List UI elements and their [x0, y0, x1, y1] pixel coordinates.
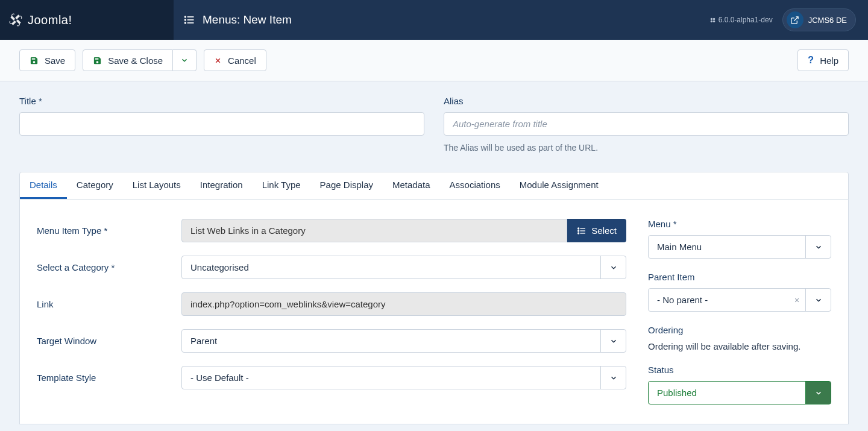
menu-select[interactable]: Main Menu: [648, 235, 831, 259]
tab-integration[interactable]: Integration: [190, 172, 253, 199]
template-select[interactable]: - Use Default -: [181, 366, 626, 389]
chevron-down-icon: [609, 337, 618, 345]
svg-point-18: [578, 233, 579, 234]
svg-line-10: [794, 16, 798, 20]
page-title: Menus: New Item: [203, 13, 292, 27]
cancel-label: Cancel: [228, 55, 256, 66]
version-text[interactable]: 6.0.0-alpha1-dev: [709, 16, 773, 24]
title-input[interactable]: [19, 112, 424, 136]
menu-item-type-label: Menu Item Type *: [37, 225, 181, 236]
status-side-label: Status: [648, 365, 831, 375]
menu-item-type-value: List Web Links in a Category: [181, 219, 567, 242]
tab-link-type[interactable]: Link Type: [253, 172, 310, 199]
template-value: - Use Default -: [182, 367, 600, 389]
title-block: Menus: New Item 6.0.0-alpha1-dev JCMS6 D…: [174, 0, 868, 40]
close-icon: [214, 57, 222, 64]
category-select[interactable]: Uncategorised: [181, 256, 626, 279]
joomla-logo-icon: [7, 11, 24, 28]
help-label: Help: [820, 55, 838, 66]
svg-point-4: [185, 19, 186, 20]
chevron-down-icon: [609, 263, 618, 272]
parent-select[interactable]: - No parent - ×: [648, 288, 831, 312]
link-label: Link: [37, 299, 181, 309]
select-type-button[interactable]: Select: [567, 219, 626, 242]
list-icon: [183, 14, 195, 26]
save-button[interactable]: Save: [19, 49, 75, 71]
alias-help-text: The Alias will be used as part of the UR…: [444, 143, 849, 153]
list-icon: [577, 226, 587, 236]
tab-metadata[interactable]: Metadata: [383, 172, 440, 199]
tab-module-assignment[interactable]: Module Assignment: [510, 172, 608, 199]
chevron-down-icon: [609, 374, 618, 382]
svg-point-9: [712, 20, 714, 22]
save-icon: [30, 56, 39, 65]
tab-list-layouts[interactable]: List Layouts: [123, 172, 190, 199]
target-select[interactable]: Parent: [181, 329, 626, 353]
svg-point-8: [710, 20, 712, 22]
save-label: Save: [45, 55, 65, 66]
status-select[interactable]: Published: [648, 381, 831, 404]
target-value: Parent: [182, 330, 600, 352]
brand-name: Joomla!: [28, 13, 72, 27]
action-toolbar: Save Save & Close Cancel ? Help: [0, 40, 868, 81]
tab-associations[interactable]: Associations: [440, 172, 510, 199]
ordering-text: Ordering will be available after saving.: [648, 341, 831, 351]
save-close-button[interactable]: Save & Close: [83, 49, 173, 71]
svg-point-3: [185, 16, 186, 17]
ordering-side-label: Ordering: [648, 325, 831, 335]
site-preview-button[interactable]: JCMS6 DE: [782, 8, 856, 31]
chevron-down-icon: [814, 243, 823, 251]
topbar: Joomla! Menus: New Item 6.0.0-alpha1-dev…: [0, 0, 868, 40]
external-link-icon: [790, 16, 799, 25]
title-field-label: Title *: [19, 96, 424, 106]
svg-point-16: [578, 228, 579, 229]
save-dropdown-toggle[interactable]: [173, 49, 197, 71]
status-value: Published: [649, 382, 805, 404]
logo-block: Joomla!: [0, 0, 174, 40]
svg-point-6: [710, 17, 712, 19]
help-button[interactable]: ? Help: [797, 49, 849, 71]
alias-field-label: Alias: [444, 96, 849, 106]
chevron-down-icon: [814, 296, 823, 304]
save-close-label: Save & Close: [108, 55, 163, 66]
chevron-down-icon: [814, 389, 823, 397]
save-icon: [93, 56, 102, 65]
svg-point-7: [712, 17, 714, 19]
template-label: Template Style: [37, 373, 181, 383]
category-label: Select a Category *: [37, 262, 181, 272]
cancel-button[interactable]: Cancel: [204, 49, 266, 71]
tab-details[interactable]: Details: [20, 172, 67, 199]
details-panel: Menu Item Type * List Web Links in a Cat…: [19, 200, 849, 424]
parent-side-label: Parent Item: [648, 272, 831, 282]
chevron-down-icon: [180, 56, 189, 64]
parent-value: - No parent -: [649, 289, 788, 311]
menu-value: Main Menu: [649, 236, 805, 258]
target-label: Target Window: [37, 336, 181, 346]
select-btn-label: Select: [591, 225, 617, 236]
site-badge-label: JCMS6 DE: [808, 16, 847, 25]
help-icon: ?: [808, 55, 814, 66]
link-value: index.php?option=com_weblinks&view=categ…: [181, 292, 626, 316]
category-value: Uncategorised: [182, 256, 600, 278]
svg-point-5: [185, 22, 186, 24]
tabs-nav: Details Category List Layouts Integratio…: [19, 172, 849, 200]
parent-clear-button[interactable]: ×: [788, 289, 805, 311]
tab-page-display[interactable]: Page Display: [310, 172, 383, 199]
joomla-mini-icon: [709, 17, 716, 24]
tab-category[interactable]: Category: [67, 172, 123, 199]
title-alias-row: Title * Alias The Alias will be used as …: [0, 81, 868, 160]
alias-input[interactable]: [444, 112, 849, 136]
svg-point-17: [578, 230, 579, 231]
menu-side-label: Menu *: [648, 219, 831, 229]
